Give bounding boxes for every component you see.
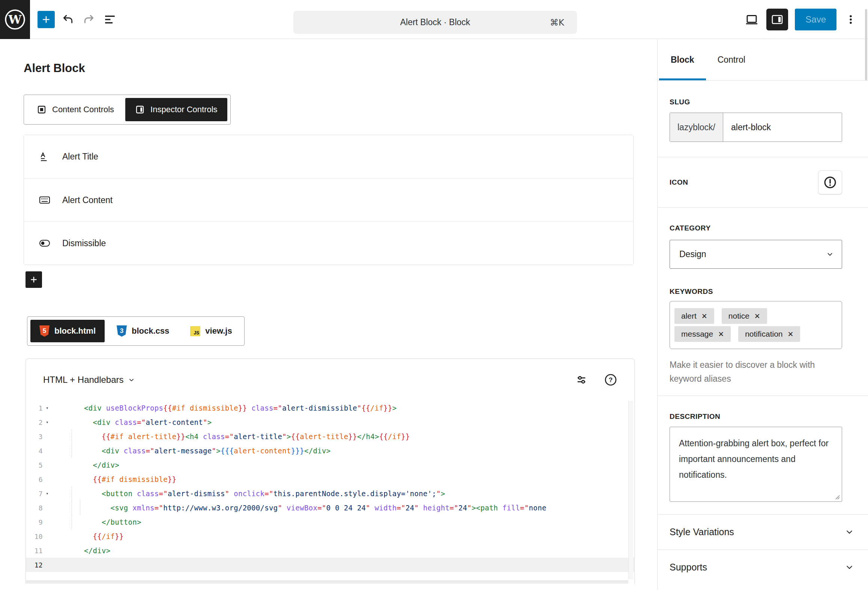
indent-guide bbox=[72, 486, 72, 501]
code-text: </div> bbox=[84, 546, 110, 555]
supports-panel[interactable]: Supports bbox=[658, 550, 868, 585]
control-row-dismissible[interactable]: Dismissible bbox=[24, 221, 633, 265]
editor-help-button[interactable]: ? bbox=[604, 373, 617, 386]
editor-mode-select[interactable]: HTML + Handlebars bbox=[43, 375, 135, 385]
svg-text:W: W bbox=[8, 13, 22, 26]
description-textarea[interactable]: Attention-grabbing alert box, perfect fo… bbox=[670, 427, 842, 502]
code-line[interactable]: 1▾<div useBlockProps{{#if dismissible}} … bbox=[26, 401, 634, 415]
remove-keyword-icon[interactable]: ✕ bbox=[754, 312, 760, 320]
code-line[interactable]: 8 <svg xmlns="http://www.w3.org/2000/svg… bbox=[26, 501, 634, 515]
alert-circle-icon bbox=[823, 175, 837, 190]
code-line[interactable]: 11</div> bbox=[26, 543, 634, 558]
options-menu-button[interactable] bbox=[843, 12, 858, 27]
editor-actions: ? bbox=[575, 373, 617, 386]
fold-marker-icon[interactable]: ▾ bbox=[43, 491, 52, 496]
code-line[interactable]: 3 {{#if alert-title}}<h4 class="alert-ti… bbox=[26, 429, 634, 444]
list-view-icon bbox=[104, 13, 116, 26]
chevron-down-icon bbox=[845, 528, 854, 536]
fold-marker-icon[interactable]: ▾ bbox=[43, 420, 52, 425]
editor-vertical-scrollbar[interactable] bbox=[628, 401, 633, 579]
slug-input[interactable]: alert-block bbox=[723, 113, 842, 141]
slug-input-group: lazyblock/ alert-block bbox=[670, 113, 842, 142]
lazyblocks-block-editor: W bbox=[0, 0, 868, 590]
remove-keyword-icon[interactable]: ✕ bbox=[701, 312, 707, 320]
keyword-text: alert bbox=[681, 312, 697, 321]
control-row-alert-title[interactable]: Alert Title bbox=[24, 135, 633, 178]
category-select[interactable]: Design bbox=[670, 240, 842, 269]
tab-block-css[interactable]: 3 block.css bbox=[108, 320, 178, 342]
indent-guide bbox=[80, 501, 80, 515]
editor-horizontal-scrollbar[interactable] bbox=[26, 580, 628, 584]
content-controls-label: Content Controls bbox=[52, 105, 114, 114]
inspector-controls-tab[interactable]: Inspector Controls bbox=[125, 98, 227, 121]
category-label: CATEGORY bbox=[670, 224, 868, 232]
resize-handle-icon[interactable] bbox=[834, 494, 840, 500]
window-scrollbar-thumb[interactable] bbox=[865, 9, 867, 80]
line-number: 11 bbox=[26, 547, 43, 555]
chevron-down-icon bbox=[826, 251, 833, 258]
remove-keyword-icon[interactable]: ✕ bbox=[718, 330, 724, 338]
chevron-down-icon bbox=[128, 377, 135, 383]
line-number: 12 bbox=[26, 561, 43, 569]
code-line[interactable]: 9 </button> bbox=[26, 515, 634, 529]
code-text: <div useBlockProps{{#if dismissible}} cl… bbox=[84, 404, 397, 412]
code-line[interactable]: 6 {{#if dismissible}} bbox=[26, 472, 634, 486]
settings-sidebar-toggle[interactable] bbox=[766, 9, 788, 30]
js-logo-icon: JS bbox=[190, 326, 200, 336]
preview-button[interactable] bbox=[744, 12, 760, 27]
text-field-icon bbox=[39, 151, 50, 163]
slug-prefix: lazyblock/ bbox=[670, 113, 723, 141]
keywords-label: KEYWORDS bbox=[670, 287, 868, 296]
control-row-alert-content[interactable]: Alert Content bbox=[24, 178, 633, 221]
style-variations-panel[interactable]: Style Variations bbox=[658, 515, 868, 549]
undo-icon bbox=[62, 13, 74, 26]
code-line[interactable]: 2▾ <div class="alert-content"> bbox=[26, 415, 634, 429]
keyword-chip: message ✕ bbox=[674, 326, 731, 342]
line-number: 10 bbox=[26, 533, 43, 540]
line-number: 2 bbox=[26, 418, 43, 426]
code-line[interactable]: 5 </div> bbox=[26, 458, 634, 472]
chevron-down-icon bbox=[845, 563, 854, 572]
line-number: 8 bbox=[26, 504, 43, 512]
tab-block[interactable]: Block bbox=[659, 39, 706, 80]
code-line[interactable]: 10 {{/if}} bbox=[26, 529, 634, 543]
add-control-button[interactable] bbox=[26, 271, 42, 288]
icon-picker-button[interactable] bbox=[818, 170, 842, 194]
code-text: <div class="alert-message">{{{alert-cont… bbox=[84, 447, 330, 455]
keywords-input[interactable]: alert ✕ notice ✕ message ✕ bbox=[670, 301, 842, 349]
line-number: 9 bbox=[26, 518, 43, 526]
slug-section: SLUG lazyblock/ alert-block bbox=[658, 81, 868, 157]
keyword-text: message bbox=[681, 330, 713, 339]
panel-label: Supports bbox=[670, 562, 707, 573]
editor-settings-button[interactable] bbox=[575, 373, 588, 386]
code-line[interactable]: 12 bbox=[26, 558, 634, 572]
redo-button[interactable] bbox=[81, 12, 97, 27]
indent-guide bbox=[72, 501, 72, 515]
category-section: CATEGORY Design bbox=[658, 208, 868, 269]
content-controls-tab[interactable]: Content Controls bbox=[27, 98, 124, 121]
block-inserter-button[interactable] bbox=[38, 11, 55, 28]
controls-placement-toggle: Content Controls Inspector Controls bbox=[24, 95, 231, 125]
code-line[interactable]: 7▾ <button class="alert-dismiss" onclick… bbox=[26, 486, 634, 501]
tab-view-js[interactable]: JS view.js bbox=[181, 320, 241, 342]
save-button[interactable]: Save bbox=[795, 9, 836, 30]
kebab-menu-icon bbox=[845, 14, 856, 25]
tab-control[interactable]: Control bbox=[706, 39, 757, 80]
remove-keyword-icon[interactable]: ✕ bbox=[788, 330, 794, 338]
block-title[interactable]: Alert Block bbox=[24, 62, 657, 75]
document-overview-button[interactable] bbox=[102, 12, 118, 27]
undo-button[interactable] bbox=[60, 12, 76, 27]
code-editor: HTML + Handlebars bbox=[26, 358, 635, 584]
file-tab-label: view.js bbox=[205, 326, 232, 336]
tab-block-html[interactable]: 5 block.html bbox=[30, 320, 105, 342]
code-area[interactable]: 1▾<div useBlockProps{{#if dismissible}} … bbox=[26, 401, 634, 572]
control-label: Alert Content bbox=[62, 195, 113, 205]
description-section: DESCRIPTION Attention-grabbing alert box… bbox=[658, 396, 868, 514]
toggle-icon bbox=[39, 238, 50, 249]
line-number: 5 bbox=[26, 461, 43, 469]
wordpress-logo[interactable]: W bbox=[0, 0, 30, 39]
fold-marker-icon[interactable]: ▾ bbox=[43, 405, 52, 411]
code-line[interactable]: 4 <div class="alert-message">{{{alert-co… bbox=[26, 444, 634, 458]
indent-guide bbox=[72, 429, 72, 444]
command-center-bar[interactable]: Alert Block · Block ⌘K bbox=[293, 11, 577, 34]
